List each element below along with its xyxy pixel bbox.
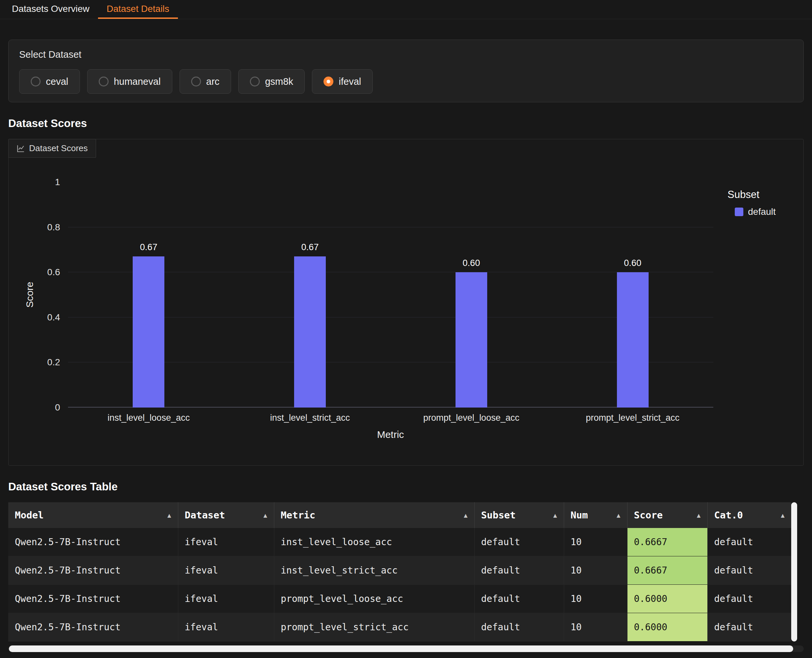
tab-dataset-details[interactable]: Dataset Details bbox=[98, 0, 178, 19]
bar-inst-level-loose-acc[interactable]: 0.67 bbox=[133, 256, 165, 407]
column-header-inner: Num▲ bbox=[571, 509, 621, 521]
vertical-scrollbar[interactable] bbox=[791, 502, 797, 641]
y-tick-label: 0.8 bbox=[47, 222, 60, 233]
y-tick-label: 0.4 bbox=[47, 312, 60, 323]
column-header-label: Score bbox=[634, 509, 663, 521]
bar-inst-level-strict-acc[interactable]: 0.67 bbox=[294, 256, 326, 407]
radio-icon bbox=[250, 77, 260, 86]
table-cell: ifeval bbox=[178, 556, 274, 585]
table-cell: default bbox=[707, 585, 791, 613]
column-header-inner: Score▲ bbox=[634, 509, 701, 521]
x-tick-label: prompt_level_loose_acc bbox=[391, 413, 552, 423]
dataset-option-ifeval[interactable]: ifeval bbox=[312, 69, 373, 94]
table-cell: default bbox=[707, 528, 791, 556]
select-dataset-label: Select Dataset bbox=[19, 49, 793, 60]
sort-arrow-icon: ▲ bbox=[464, 511, 467, 519]
table-cell: 10 bbox=[564, 528, 627, 556]
y-tick-label: 1 bbox=[55, 177, 60, 188]
bar-value-label: 0.60 bbox=[596, 258, 669, 268]
table-cell: Qwen2.5-7B-Instruct bbox=[8, 556, 178, 585]
column-header-inner: Cat.0▲ bbox=[714, 509, 785, 521]
column-header-num[interactable]: Num▲ bbox=[564, 502, 627, 528]
table-cell: Qwen2.5-7B-Instruct bbox=[8, 585, 178, 613]
score-cell: 0.6667 bbox=[627, 556, 707, 585]
legend-entry[interactable]: default bbox=[735, 207, 776, 217]
scores-table-wrap: Model▲Dataset▲Metric▲Subset▲Num▲Score▲Ca… bbox=[8, 502, 797, 641]
table-cell: default bbox=[474, 528, 564, 556]
column-header-cat-0[interactable]: Cat.0▲ bbox=[707, 502, 791, 528]
legend-label: default bbox=[748, 207, 776, 217]
table-row: Qwen2.5-7B-Instructifevalinst_level_stri… bbox=[8, 556, 791, 585]
table-cell: default bbox=[707, 556, 791, 585]
dataset-option-label: ceval bbox=[46, 76, 68, 87]
column-header-model[interactable]: Model▲ bbox=[8, 502, 178, 528]
bar-slot: 0.60prompt_level_strict_acc bbox=[552, 182, 713, 407]
dataset-option-gsm8k[interactable]: gsm8k bbox=[238, 69, 305, 94]
column-header-dataset[interactable]: Dataset▲ bbox=[178, 502, 274, 528]
radio-icon bbox=[31, 77, 41, 86]
bar-prompt-level-strict-acc[interactable]: 0.60 bbox=[617, 272, 649, 407]
bar-value-label: 0.67 bbox=[274, 242, 346, 252]
score-cell: 0.6667 bbox=[627, 528, 707, 556]
dataset-option-label: ifeval bbox=[339, 76, 361, 87]
scores-table: Model▲Dataset▲Metric▲Subset▲Num▲Score▲Ca… bbox=[8, 502, 791, 641]
horizontal-scrollbar[interactable] bbox=[9, 645, 793, 652]
x-axis-label: Metric bbox=[377, 429, 404, 440]
y-axis-label: Score bbox=[24, 282, 35, 307]
table-header-row: Model▲Dataset▲Metric▲Subset▲Num▲Score▲Ca… bbox=[8, 502, 791, 528]
dataset-option-label: gsm8k bbox=[265, 76, 293, 87]
chart-tab-label: Dataset Scores bbox=[29, 143, 88, 154]
column-header-score[interactable]: Score▲ bbox=[627, 502, 707, 528]
column-header-label: Dataset bbox=[185, 509, 225, 521]
bar-slot: 0.67inst_level_loose_acc bbox=[68, 182, 229, 407]
radio-icon bbox=[99, 77, 108, 86]
sort-arrow-icon: ▲ bbox=[781, 511, 785, 519]
chart-panel: Dataset Scores 00.20.40.60.810.67inst_le… bbox=[8, 139, 804, 465]
bar-value-label: 0.60 bbox=[435, 258, 508, 268]
score-cell: 0.6000 bbox=[627, 585, 707, 613]
table-cell: 10 bbox=[564, 585, 627, 613]
x-tick-label: prompt_level_strict_acc bbox=[552, 413, 713, 423]
table-cell: prompt_level_loose_acc bbox=[274, 585, 474, 613]
dataset-option-humaneval[interactable]: humaneval bbox=[87, 69, 172, 94]
table-cell: ifeval bbox=[178, 613, 274, 641]
table-section-heading: Dataset Scores Table bbox=[8, 481, 804, 493]
table-cell: inst_level_strict_acc bbox=[274, 556, 474, 585]
tab-datasets-overview[interactable]: Datasets Overview bbox=[3, 0, 98, 19]
table-cell: default bbox=[474, 585, 564, 613]
bar-value-label: 0.67 bbox=[112, 242, 185, 252]
y-tick-label: 0.2 bbox=[47, 357, 60, 368]
column-header-label: Model bbox=[15, 509, 44, 521]
sort-arrow-icon: ▲ bbox=[617, 511, 620, 519]
table-cell: 10 bbox=[564, 613, 627, 641]
y-tick-label: 0 bbox=[55, 402, 60, 413]
dataset-option-ceval[interactable]: ceval bbox=[19, 69, 80, 94]
column-header-label: Cat.0 bbox=[714, 509, 743, 521]
table-cell: prompt_level_strict_acc bbox=[274, 613, 474, 641]
bar-slot: 0.60prompt_level_loose_acc bbox=[391, 182, 552, 407]
sort-arrow-icon: ▲ bbox=[167, 511, 171, 519]
column-header-metric[interactable]: Metric▲ bbox=[274, 502, 474, 528]
table-row: Qwen2.5-7B-Instructifevalprompt_level_lo… bbox=[8, 585, 791, 613]
select-dataset-panel: Select Dataset cevalhumanevalarcgsm8kife… bbox=[8, 39, 804, 102]
table-cell: default bbox=[474, 613, 564, 641]
y-tick-label: 0.6 bbox=[47, 267, 60, 277]
column-header-inner: Metric▲ bbox=[281, 509, 468, 521]
line-chart-icon bbox=[17, 144, 25, 153]
dataset-option-arc[interactable]: arc bbox=[180, 69, 231, 94]
chart-panel-tab[interactable]: Dataset Scores bbox=[8, 139, 96, 158]
bar-prompt-level-loose-acc[interactable]: 0.60 bbox=[456, 272, 487, 407]
sort-arrow-icon: ▲ bbox=[553, 511, 557, 519]
column-header-inner: Dataset▲ bbox=[185, 509, 267, 521]
table-cell: Qwen2.5-7B-Instruct bbox=[8, 613, 178, 641]
column-header-subset[interactable]: Subset▲ bbox=[474, 502, 564, 528]
sort-arrow-icon: ▲ bbox=[263, 511, 267, 519]
column-header-label: Num bbox=[571, 509, 588, 521]
table-cell: default bbox=[707, 613, 791, 641]
column-header-label: Subset bbox=[481, 509, 516, 521]
bar-slot: 0.67inst_level_strict_acc bbox=[229, 182, 391, 407]
chart-legend: Subset default bbox=[727, 189, 776, 217]
horizontal-scrollbar-track bbox=[8, 645, 804, 652]
table-cell: default bbox=[474, 556, 564, 585]
dataset-option-label: humaneval bbox=[114, 76, 161, 87]
